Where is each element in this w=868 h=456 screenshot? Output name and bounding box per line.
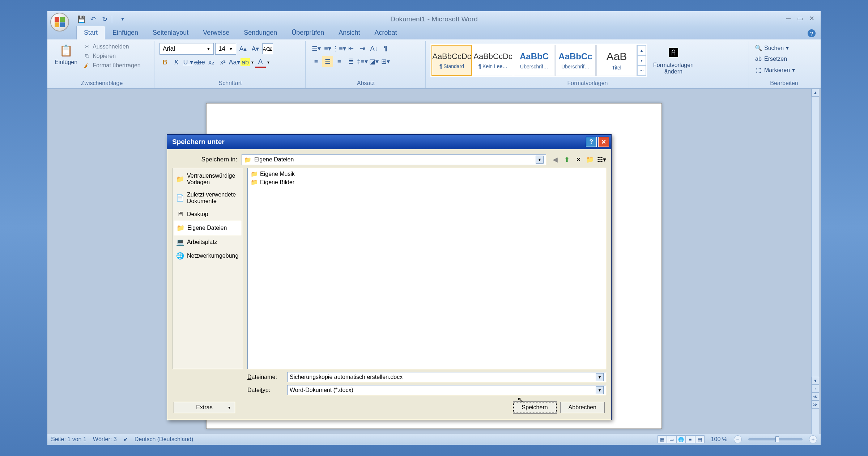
minimize-button[interactable]: ─ <box>784 15 793 22</box>
grow-font-icon[interactable]: A▴ <box>238 43 248 54</box>
align-right-button[interactable]: ≡ <box>334 56 345 67</box>
file-list[interactable]: 📁Eigene Musik 📁Eigene Bilder <box>247 168 606 369</box>
next-page-icon[interactable]: ≫ <box>812 401 819 409</box>
style-heading2[interactable]: AaBbCcÜberschrif… <box>555 45 596 76</box>
style-standard[interactable]: AaBbCcDc¶ Standard <box>431 45 472 76</box>
maximize-button[interactable]: ▭ <box>795 15 805 22</box>
increase-indent-button[interactable]: ⇥ <box>357 43 368 54</box>
multilevel-list-button[interactable]: ⋮≡▾ <box>334 43 345 54</box>
copy-button[interactable]: ⧉Kopieren <box>82 52 142 60</box>
replace-button[interactable]: abErsetzen <box>753 55 796 63</box>
font-color-button[interactable]: A <box>255 57 266 68</box>
save-icon[interactable]: 💾 <box>76 15 86 24</box>
office-button[interactable] <box>50 13 69 31</box>
status-language[interactable]: Deutsch (Deutschland) <box>135 436 193 443</box>
chevron-down-icon[interactable]: ▼ <box>596 373 604 381</box>
status-page[interactable]: Seite: 1 von 1 <box>51 436 86 443</box>
help-icon[interactable]: ? <box>808 29 816 37</box>
style-heading1[interactable]: AaBbCÜberschrif… <box>514 45 554 76</box>
clear-format-icon[interactable]: A⌫ <box>262 43 273 54</box>
status-words[interactable]: Wörter: 3 <box>93 436 117 443</box>
new-folder-icon[interactable]: 📁 <box>585 155 595 164</box>
zoom-slider[interactable] <box>748 438 803 440</box>
style-gallery[interactable]: AaBbCcDc¶ Standard AaBbCcDc¶ Kein Lee… A… <box>430 44 647 77</box>
dialog-close-button[interactable]: ✕ <box>598 137 609 147</box>
place-network[interactable]: 🌐Netzwerkumgebung <box>174 249 241 263</box>
line-spacing-button[interactable]: ‡≡▾ <box>357 56 368 67</box>
shading-button[interactable]: ◪▾ <box>369 56 379 67</box>
proofing-icon[interactable]: ✔ <box>123 436 128 443</box>
vertical-scrollbar[interactable]: ▲ ▼ ◦ ≪ ≫ <box>811 89 819 434</box>
view-full-screen[interactable]: ▭ <box>667 435 676 443</box>
location-combo[interactable]: 📁 Eigene Dateien ▼ <box>242 154 546 165</box>
cancel-button[interactable]: Abbrechen <box>560 402 605 413</box>
tab-review[interactable]: Überprüfen <box>284 26 331 39</box>
place-computer[interactable]: 💻Arbeitsplatz <box>174 235 241 249</box>
view-outline[interactable]: ≡ <box>686 435 695 443</box>
style-title[interactable]: AaBTitel <box>596 45 637 76</box>
list-item[interactable]: 📁Eigene Musik <box>249 170 604 178</box>
tab-page-layout[interactable]: Seitenlayout <box>145 26 196 39</box>
filetype-combo[interactable]: Word-Dokument (*.docx)▼ <box>287 385 606 395</box>
undo-icon[interactable]: ↶ <box>88 15 98 24</box>
place-my-documents[interactable]: 📁Eigene Dateien <box>174 221 241 235</box>
save-button[interactable]: Speichern <box>513 402 557 413</box>
scroll-down-icon[interactable]: ▼ <box>812 377 819 385</box>
place-recent[interactable]: 📄Zuletzt verwendete Dokumente <box>174 189 241 207</box>
paste-button[interactable]: 📋 Einfügen <box>52 42 80 67</box>
strike-button[interactable]: abe <box>194 57 205 68</box>
sort-button[interactable]: A↓ <box>369 43 379 54</box>
tab-references[interactable]: Verweise <box>196 26 237 39</box>
chevron-down-icon[interactable]: ▼ <box>596 386 604 394</box>
prev-page-icon[interactable]: ≪ <box>812 393 819 401</box>
tab-start[interactable]: Start <box>76 26 105 39</box>
up-icon[interactable]: ⬆ <box>562 155 571 164</box>
change-styles-button[interactable]: 🅰 Formatvorlagen ändern <box>650 45 697 76</box>
extras-button[interactable]: Extras <box>174 402 235 413</box>
dialog-help-button[interactable]: ? <box>586 137 597 147</box>
superscript-button[interactable]: x² <box>217 57 228 68</box>
select-button[interactable]: ⬚Markieren ▾ <box>753 66 796 74</box>
zoom-in-button[interactable]: + <box>809 435 817 443</box>
change-case-button[interactable]: Aa▾ <box>229 57 240 68</box>
bold-button[interactable]: B <box>159 57 170 68</box>
justify-button[interactable]: ≣ <box>345 56 356 67</box>
tab-view[interactable]: Ansicht <box>331 26 367 39</box>
list-item[interactable]: 📁Eigene Bilder <box>249 178 604 186</box>
views-icon[interactable]: ☷▾ <box>597 155 606 164</box>
tab-acrobat[interactable]: Acrobat <box>367 26 404 39</box>
close-button[interactable]: ✕ <box>807 15 816 22</box>
align-center-button[interactable]: ☰ <box>322 56 333 67</box>
underline-button[interactable]: U ▾ <box>183 57 193 68</box>
cut-button[interactable]: ✂Ausschneiden <box>82 42 142 51</box>
qat-customize-icon[interactable]: ▼ <box>118 15 128 24</box>
tab-insert[interactable]: Einfügen <box>105 26 145 39</box>
back-icon[interactable]: ◀ <box>550 155 560 164</box>
view-print-layout[interactable]: ▦ <box>658 435 667 443</box>
find-button[interactable]: 🔍Suchen ▾ <box>753 44 796 52</box>
format-painter-button[interactable]: 🖌Format übertragen <box>82 62 142 69</box>
place-desktop[interactable]: 🖥Desktop <box>174 207 241 221</box>
style-scroll[interactable]: ▴▾⋯ <box>637 45 646 76</box>
view-web[interactable]: 🌐 <box>676 435 686 443</box>
font-size-combo[interactable]: 14▼ <box>215 43 236 55</box>
shrink-font-icon[interactable]: A▾ <box>250 43 261 54</box>
number-list-button[interactable]: ≡▾ <box>322 43 333 54</box>
browse-object-icon[interactable]: ◦ <box>812 385 819 393</box>
align-left-button[interactable]: ≡ <box>311 56 322 67</box>
scroll-up-icon[interactable]: ▲ <box>812 89 819 97</box>
borders-button[interactable]: ⊞▾ <box>380 56 391 67</box>
zoom-level[interactable]: 100 % <box>711 436 727 443</box>
show-marks-button[interactable]: ¶ <box>380 43 391 54</box>
redo-icon[interactable]: ↻ <box>99 15 110 24</box>
bullet-list-button[interactable]: ☰▾ <box>311 43 322 54</box>
highlight-button[interactable]: ab <box>241 58 250 66</box>
style-no-spacing[interactable]: AaBbCcDc¶ Kein Lee… <box>473 45 513 76</box>
zoom-out-button[interactable]: − <box>734 435 742 443</box>
place-trusted-templates[interactable]: 📁Vertrauenswürdige Vorlagen <box>174 170 241 189</box>
tab-mailings[interactable]: Sendungen <box>237 26 284 39</box>
view-draft[interactable]: ▤ <box>695 435 705 443</box>
filename-input[interactable]: Sicherungskopie automatisch erstellen.do… <box>287 372 606 382</box>
delete-icon[interactable]: ✕ <box>574 155 583 164</box>
chevron-down-icon[interactable]: ▼ <box>536 156 544 164</box>
